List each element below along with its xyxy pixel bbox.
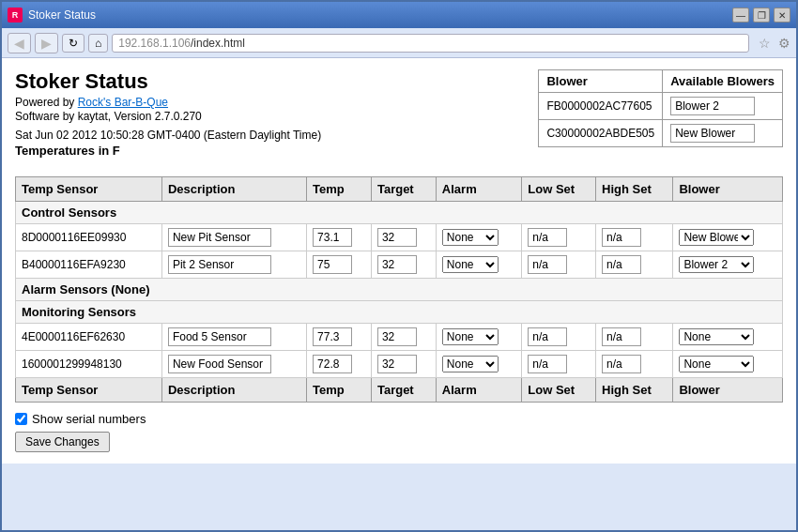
temp-cell-input[interactable] (313, 355, 352, 373)
target-cell[interactable] (371, 351, 436, 378)
temp-cell[interactable] (307, 324, 372, 351)
blower-select[interactable]: NoneNew BlowerBlower 2 (679, 356, 754, 372)
column-footer: Target (371, 378, 436, 403)
browser-icon: R (8, 8, 23, 23)
alarm-cell[interactable]: NoneLowHighBoth (436, 251, 521, 279)
low-set-cell[interactable] (522, 224, 596, 251)
blower-available-cell[interactable] (663, 93, 783, 120)
section-header-cell: Monitoring Sensors (16, 301, 783, 324)
description-cell-input[interactable] (168, 255, 271, 274)
temp-cell-input[interactable] (313, 255, 352, 274)
alarm-select[interactable]: NoneLowHighBoth (442, 328, 499, 345)
forward-button[interactable]: ▶ (35, 33, 58, 53)
high-set-cell[interactable] (596, 351, 673, 378)
blower-select[interactable]: New BlowerBlower 2None (679, 229, 754, 246)
table-row: B40000116EFA9230NoneLowHighBothNew Blowe… (16, 251, 783, 279)
reload-button[interactable]: ↻ (62, 34, 84, 53)
close-button[interactable]: ✕ (774, 8, 790, 23)
high-set-cell-input[interactable] (602, 355, 641, 373)
blower-available-cell[interactable] (663, 120, 783, 147)
minimize-button[interactable]: — (732, 8, 749, 23)
low-set-cell[interactable] (522, 351, 596, 378)
section-header-cell: Alarm Sensors (None) (16, 279, 783, 301)
blower-cell[interactable]: NoneNew BlowerBlower 2 (673, 351, 783, 378)
sensor-id-cell: 4E0000116EF62630 (16, 324, 162, 351)
description-cell[interactable] (161, 324, 306, 351)
column-footer: Alarm (436, 378, 521, 403)
temp-cell[interactable] (307, 351, 372, 378)
temp-unit: Temperatures in F (15, 144, 321, 158)
column-header: Low Set (522, 177, 596, 202)
save-changes-button[interactable]: Save Changes (15, 432, 110, 452)
blower-select[interactable]: NoneNew BlowerBlower 2 (679, 328, 754, 345)
target-cell[interactable] (371, 251, 436, 279)
alarm-cell[interactable]: NoneLowHighBoth (436, 224, 521, 251)
restore-button[interactable]: ❐ (753, 8, 770, 23)
high-set-cell[interactable] (596, 224, 673, 251)
alarm-select[interactable]: NoneLowHighBoth (442, 256, 499, 273)
target-cell-input[interactable] (377, 327, 417, 346)
settings-icon[interactable]: ⚙ (778, 36, 790, 51)
blower-row: FB0000002AC77605 (539, 93, 783, 120)
description-cell[interactable] (161, 251, 306, 279)
column-footer: Low Set (522, 378, 596, 403)
temp-cell[interactable] (307, 224, 372, 251)
description-cell-input[interactable] (168, 327, 271, 346)
high-set-cell[interactable] (596, 324, 673, 351)
low-set-cell[interactable] (522, 324, 596, 351)
back-button[interactable]: ◀ (8, 33, 31, 53)
section-header-row: Alarm Sensors (None) (16, 279, 783, 301)
alarm-cell[interactable]: NoneLowHighBoth (436, 351, 521, 378)
low-set-cell[interactable] (522, 251, 596, 279)
low-set-cell-input[interactable] (528, 327, 567, 346)
footer-section: Show serial numbers Save Changes (15, 412, 783, 452)
temp-cell-input[interactable] (313, 327, 352, 346)
home-button[interactable]: ⌂ (88, 34, 108, 53)
bookmark-icon[interactable]: ☆ (759, 36, 771, 51)
title-bar-text: Stoker Status (28, 8, 732, 22)
section-header-row: Monitoring Sensors (16, 301, 783, 324)
blower-id-cell: C30000002ABDE505 (539, 120, 663, 147)
alarm-select[interactable]: NoneLowHighBoth (442, 229, 499, 246)
target-cell[interactable] (371, 224, 436, 251)
column-footer: Temp Sensor (16, 378, 162, 403)
blower-cell[interactable]: New BlowerBlower 2None (673, 251, 783, 279)
column-header: Temp (307, 177, 372, 202)
target-cell-input[interactable] (377, 355, 417, 373)
target-cell[interactable] (371, 324, 436, 351)
blower-cell[interactable]: NoneNew BlowerBlower 2 (673, 324, 783, 351)
powered-by-prefix: Powered by (15, 96, 78, 109)
low-set-cell-input[interactable] (528, 255, 567, 274)
alarm-cell[interactable]: NoneLowHighBoth (436, 324, 521, 351)
temp-cell[interactable] (307, 251, 372, 279)
table-row: 8D0000116EE09930NoneLowHighBothNew Blowe… (16, 224, 783, 251)
high-set-cell-input[interactable] (602, 327, 641, 346)
address-path: /index.html (191, 37, 245, 50)
show-serial-label[interactable]: Show serial numbers (15, 412, 783, 426)
low-set-cell-input[interactable] (528, 228, 567, 247)
alarm-select[interactable]: NoneLowHighBoth (442, 356, 499, 372)
description-cell[interactable] (161, 351, 306, 378)
target-cell-input[interactable] (377, 255, 417, 274)
description-cell[interactable] (161, 224, 306, 251)
high-set-cell-input[interactable] (602, 255, 641, 274)
powered-by-link[interactable]: Rock's Bar-B-Que (78, 96, 168, 109)
description-cell-input[interactable] (168, 228, 271, 247)
high-set-cell-input[interactable] (602, 228, 641, 247)
blower-available-input[interactable] (670, 124, 755, 143)
description-cell-input[interactable] (168, 355, 271, 373)
show-serial-text: Show serial numbers (32, 412, 146, 426)
blower-available-input[interactable] (670, 97, 755, 115)
address-protocol: 192.168.1.106 (118, 37, 191, 50)
high-set-cell[interactable] (596, 251, 673, 279)
low-set-cell-input[interactable] (528, 355, 567, 373)
address-bar[interactable]: 192.168.1.106/index.html (112, 34, 749, 53)
sensor-id-cell: 1600001299948130 (16, 351, 162, 378)
target-cell-input[interactable] (377, 228, 417, 247)
title-block: Stoker Status Powered by Rock's Bar-B-Qu… (15, 69, 321, 167)
blower-select[interactable]: New BlowerBlower 2None (679, 256, 754, 273)
blower-cell[interactable]: New BlowerBlower 2None (673, 224, 783, 251)
timestamp: Sat Jun 02 2012 10:50:28 GMT-0400 (Easte… (15, 129, 321, 142)
show-serial-checkbox[interactable] (15, 413, 27, 425)
temp-cell-input[interactable] (313, 228, 352, 247)
